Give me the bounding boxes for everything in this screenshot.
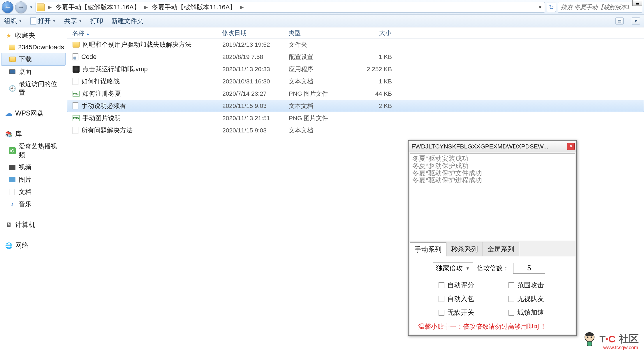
svg-point-3 [591, 337, 592, 338]
forward-button[interactable]: → [15, 1, 27, 13]
sidebar-pictures[interactable]: 图片 [0, 174, 67, 186]
print-button[interactable]: 打印 [90, 17, 103, 25]
checkbox-icon [439, 310, 444, 316]
sidebar-label: 视频 [19, 163, 31, 172]
file-type: 应用程序 [285, 65, 352, 73]
sidebar-computer[interactable]: 🖥计算机 [0, 218, 67, 231]
tool-title: FWDJLTCYNSKFBLGXXGPEXMDWDXPDSEW... [411, 143, 567, 150]
breadcrumb[interactable]: ▶ 冬夏手动【破解版本11.16A】 ▶ 冬夏手动【破解版本11.16A】 ▶ … [36, 2, 545, 13]
music-icon: ♪ [9, 201, 16, 208]
file-row[interactable]: 如何打谋略战2020/10/31 16:30文本文档1 KB [67, 75, 644, 88]
search-input[interactable] [558, 2, 642, 13]
library-icon: 📚 [5, 131, 12, 138]
sidebar-video[interactable]: 视频 [0, 161, 67, 174]
tab-manual[interactable]: 手动系列 [410, 242, 446, 256]
file-type: 文本文档 [285, 102, 352, 110]
breadcrumb-segment-1[interactable]: 冬夏手动【破解版本11.16A】 [54, 2, 142, 12]
arrow-right-icon: → [17, 3, 24, 11]
breadcrumb-segment-2[interactable]: 冬夏手动【破解版本11.16A】 [150, 2, 238, 12]
file-row[interactable]: 网吧和个别用户驱动加载失败解决方法2019/12/13 19:52文件夹 [67, 38, 644, 51]
file-name: 如何打谋略战 [81, 77, 120, 86]
toolbar: 组织▼ 打开▼ 共享▼ 打印 新建文件夹 ▤ ▼ [0, 15, 644, 27]
check-town-speed[interactable]: 城镇加速 [508, 308, 570, 317]
sidebar-downloads[interactable]: 下载 [1, 53, 66, 66]
share-menu[interactable]: 共享▼ [64, 17, 82, 25]
window-minimize-button[interactable]: ▃ [632, 0, 642, 6]
sidebar-label: 收藏夹 [15, 31, 35, 40]
picture-icon [9, 177, 15, 182]
sidebar-documents[interactable]: 文档 [0, 186, 67, 198]
column-name[interactable]: 名称 ▲ [67, 29, 219, 37]
svg-rect-4 [587, 341, 592, 346]
column-date[interactable]: 修改日期 [219, 29, 285, 37]
computer-icon: 🖥 [5, 221, 12, 228]
sidebar-label: 下载 [19, 55, 32, 64]
view-options-button[interactable]: ▤ [615, 18, 624, 24]
sidebar-music[interactable]: ♪音乐 [0, 198, 67, 210]
refresh-button[interactable]: ↻ [547, 3, 556, 12]
folder-icon [9, 45, 15, 50]
file-type: PNG 图片文件 [285, 114, 352, 122]
sidebar-network[interactable]: 🌐网络 [0, 239, 67, 252]
sidebar-label: 最近访问的位置 [19, 80, 63, 97]
sort-indicator-icon: ▲ [86, 32, 96, 36]
sidebar-2345downloads[interactable]: 2345Downloads [0, 42, 67, 53]
sidebar-desktop[interactable]: 桌面 [0, 66, 67, 78]
column-size[interactable]: 大小 [351, 29, 395, 37]
sidebar-iqiyi[interactable]: iQ爱奇艺热播视频 [0, 140, 67, 161]
check-godmode[interactable]: 无敌开关 [439, 308, 500, 317]
multiplier-input[interactable] [513, 263, 545, 274]
new-folder-button[interactable]: 新建文件夹 [111, 17, 143, 25]
column-type[interactable]: 类型 [285, 29, 351, 37]
file-row[interactable]: Code2020/8/19 7:58配置设置1 KB [67, 51, 644, 63]
organize-menu[interactable]: 组织▼ [4, 17, 22, 25]
sidebar-recent[interactable]: 🕘最近访问的位置 [0, 78, 67, 99]
sidebar-label: 图片 [19, 175, 31, 184]
chevron-right-icon: ▶ [46, 4, 53, 10]
check-range-attack[interactable]: 范围攻击 [508, 281, 570, 290]
back-button[interactable]: ← [2, 1, 13, 13]
sidebar-label: 库 [15, 130, 22, 139]
tab-fullscreen[interactable]: 全屏系列 [483, 242, 519, 256]
file-row[interactable]: 如何注册冬夏2020/7/14 23:27PNG 图片文件44 KB [67, 88, 644, 100]
tool-titlebar[interactable]: FWDJLTCYNSKFBLGXXGPEXMDWDXPDSEW... ✕ [409, 141, 576, 152]
organize-label: 组织 [4, 17, 17, 25]
breadcrumb-dropdown[interactable]: ▼ [536, 3, 543, 12]
cloud-icon: ☁ [5, 110, 12, 117]
page-icon [30, 18, 36, 24]
check-auto-score[interactable]: 自动评分 [439, 281, 500, 290]
close-button[interactable]: ✕ [567, 143, 575, 150]
check-auto-loot[interactable]: 自动入包 [439, 294, 500, 303]
checkbox-icon [508, 310, 514, 316]
sidebar-label: 计算机 [15, 220, 35, 229]
view-dropdown[interactable]: ▼ [632, 18, 640, 24]
sidebar-label: 爱奇艺热播视频 [19, 142, 63, 160]
sidebar-library[interactable]: 📚库 [0, 128, 67, 140]
network-icon: 🌐 [5, 242, 12, 249]
sidebar-wps[interactable]: ☁WPS网盘 [0, 107, 67, 120]
file-type: 文本文档 [285, 126, 352, 134]
open-menu[interactable]: 打开▼ [30, 17, 56, 25]
chevron-right-icon: ▶ [142, 4, 149, 10]
watermark-url: www.tcsqw.com [603, 345, 638, 350]
file-date: 2020/10/31 16:30 [219, 78, 285, 85]
file-row[interactable]: 手动说明必须看2020/11/15 9:03文本文档2 KB [67, 100, 644, 112]
multiplier-label: 倍攻倍数： [477, 264, 509, 273]
file-row[interactable]: 所有问题解决方法2020/11/15 9:03文本文档 [67, 124, 644, 136]
tab-instakill[interactable]: 秒杀系列 [446, 242, 483, 256]
attack-mode-select[interactable]: 独家倍攻▼ [433, 262, 473, 274]
file-date: 2020/11/13 21:51 [219, 115, 285, 122]
file-name: 如何注册冬夏 [82, 89, 121, 98]
cheat-tool-window: FWDJLTCYNSKFBLGXXGPEXMDWDXPDSEW... ✕ 冬夏*… [408, 140, 577, 336]
file-date: 2020/8/19 7:58 [219, 53, 285, 60]
checkbox-icon [508, 296, 514, 302]
file-date: 2020/7/14 23:27 [219, 90, 285, 97]
check-ignore-team[interactable]: 无视队友 [508, 294, 570, 303]
history-dropdown[interactable]: ▼ [29, 1, 34, 13]
sidebar-favorites[interactable]: ★收藏夹 [0, 29, 67, 42]
file-type: 文本文档 [285, 77, 352, 85]
checkbox-icon [439, 296, 444, 302]
svg-point-2 [587, 337, 589, 338]
file-row[interactable]: 手动图片说明2020/11/13 21:51PNG 图片文件 [67, 112, 644, 124]
file-row[interactable]: 点击我运行辅助哦.vmp2020/11/13 20:33应用程序2,252 KB [67, 63, 644, 75]
